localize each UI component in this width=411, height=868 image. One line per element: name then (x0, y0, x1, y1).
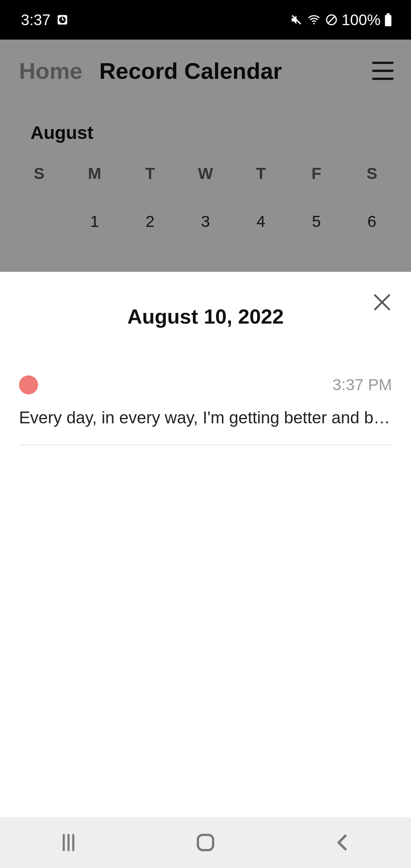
home-button[interactable] (190, 831, 221, 854)
divider (19, 445, 392, 445)
close-button[interactable] (371, 292, 393, 313)
calendar-row: 1 2 3 4 5 6 (11, 212, 400, 231)
battery-percent: 100% (342, 11, 381, 29)
tab-record-calendar[interactable]: Record Calendar (99, 58, 282, 84)
dow: T (233, 164, 289, 183)
month-label: August (30, 122, 392, 143)
day-detail-sheet: August 10, 2022 3:37 PM Every day, in ev… (0, 272, 411, 817)
svg-point-5 (313, 23, 315, 24)
record-entry[interactable]: 3:37 PM Every day, in every way, I'm get… (0, 328, 411, 445)
background-dimmed: Home Record Calendar August S M T W T F … (0, 40, 411, 272)
entry-text: Every day, in every way, I'm getting bet… (19, 408, 392, 427)
sheet-title: August 10, 2022 (0, 305, 411, 328)
svg-rect-15 (198, 835, 213, 850)
svg-line-7 (328, 17, 335, 23)
no-data-icon (325, 13, 338, 26)
wifi-icon (307, 13, 321, 26)
dow: M (67, 164, 123, 183)
dow: S (344, 164, 400, 183)
battery-icon (384, 13, 392, 26)
entry-time: 3:37 PM (333, 376, 392, 394)
calendar-day[interactable]: 5 (289, 212, 344, 231)
dow: S (11, 164, 67, 183)
calendar-day[interactable]: 4 (233, 212, 289, 231)
weekday-header: S M T W T F S (11, 164, 400, 183)
record-dot-icon (19, 375, 38, 394)
calendar-day[interactable]: 2 (122, 212, 178, 231)
svg-rect-9 (385, 15, 392, 26)
clock-icon (57, 14, 68, 26)
status-bar: 3:37 100% (0, 0, 411, 40)
calendar-day[interactable]: 3 (178, 212, 233, 231)
tab-home[interactable]: Home (19, 58, 83, 84)
menu-icon[interactable] (372, 62, 393, 80)
recents-button[interactable] (53, 831, 84, 854)
svg-rect-8 (387, 13, 390, 15)
back-button[interactable] (327, 831, 358, 854)
mute-icon (290, 13, 303, 26)
calendar-day[interactable]: 1 (67, 212, 123, 231)
dow: W (178, 164, 233, 183)
dow: F (289, 164, 344, 183)
dow: T (122, 164, 178, 183)
calendar-day[interactable] (11, 212, 67, 231)
svg-rect-3 (62, 19, 64, 21)
system-nav-bar (0, 817, 411, 868)
calendar-day[interactable]: 6 (344, 212, 400, 231)
status-time: 3:37 (21, 11, 51, 29)
